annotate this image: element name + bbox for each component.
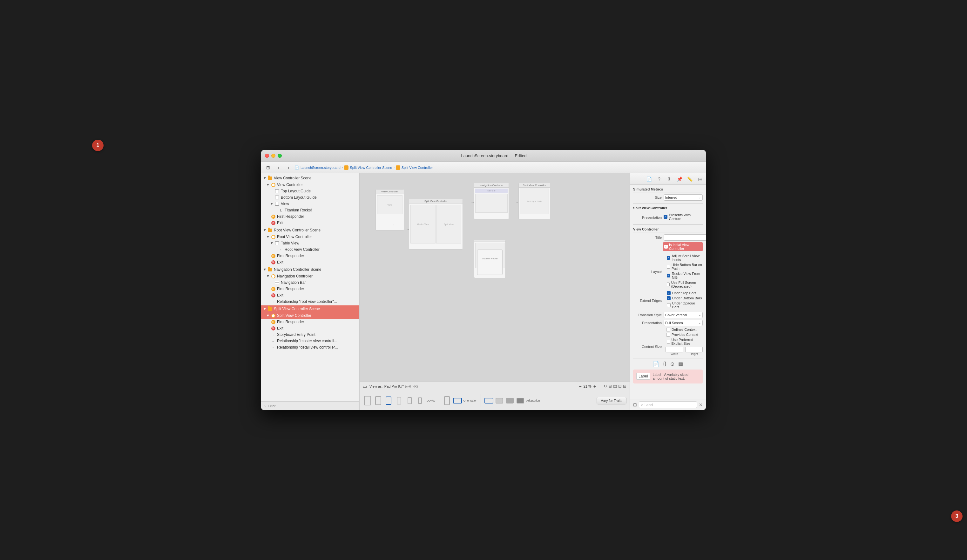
- size-dropdown[interactable]: Inferred ⌄: [663, 194, 703, 201]
- root-vc-item[interactable]: ▶ ⬤ Root View Controller: [261, 234, 359, 240]
- table-view-item[interactable]: ▶ Table View: [261, 240, 359, 246]
- navigation-bar-item[interactable]: ▶ Navigation Bar: [261, 279, 359, 286]
- presentation-vc-row: Presentation Full Screen ⌄: [633, 320, 703, 326]
- help-panel-icon[interactable]: ?: [656, 176, 663, 183]
- relationship-detail-item[interactable]: ▶ → Relationship "detail view controller…: [261, 344, 359, 351]
- canvas-tools: ↻ ⊞ ▤ ⊡ ⊟: [601, 384, 627, 389]
- adapt-btn-1[interactable]: [484, 394, 493, 407]
- breadcrumb-controller[interactable]: Split View Controller: [396, 165, 433, 170]
- filter-icon: ⌕: [264, 404, 266, 408]
- transition-dropdown[interactable]: Cover Vertical ⌄: [663, 312, 703, 318]
- adaptation-label: Adaptation: [526, 399, 540, 402]
- exit-item-nc[interactable]: ▶ ✕ Exit: [261, 292, 359, 298]
- split-vc-item[interactable]: ▶ ⬤ Split View Controller: [261, 312, 359, 319]
- resize-nib-checkbox[interactable]: ✓: [667, 273, 670, 277]
- title-input[interactable]: [663, 234, 706, 240]
- split-vc-scene-header[interactable]: ▶ Split View Controller Scene: [261, 305, 359, 312]
- device-btn-4[interactable]: [394, 394, 404, 407]
- height-input[interactable]: [685, 347, 703, 352]
- orientation-landscape-btn[interactable]: [453, 394, 462, 407]
- is-initial-checkbox[interactable]: ✓: [664, 245, 668, 249]
- circle-icon[interactable]: ⊙: [670, 361, 675, 367]
- relationship-master-item[interactable]: ▶ → Relationship "master view controll..…: [261, 338, 359, 344]
- first-responder-item-nc[interactable]: ▶ R First Responder: [261, 286, 359, 292]
- presents-with-gesture-checkbox[interactable]: ✓: [663, 215, 667, 219]
- section-label: Split View Controller Scene: [274, 307, 320, 311]
- panel-toolbar: 📄 ? 🎛 📌 📏 ◎: [630, 173, 706, 185]
- exit-item-svc[interactable]: ▶ ✕ Exit: [261, 325, 359, 331]
- ruler-panel-icon[interactable]: 📏: [686, 176, 693, 183]
- exit-item-vc[interactable]: ▶ ✕ Exit: [261, 220, 359, 226]
- file-panel-icon[interactable]: 📄: [645, 176, 652, 183]
- vary-for-traits-button[interactable]: Vary for Traits: [597, 397, 627, 404]
- under-opaque-row: Under Opaque Bars: [663, 301, 703, 309]
- first-responder-item-vc[interactable]: ▶ R First Responder: [261, 213, 359, 220]
- device-btn-selected[interactable]: [384, 394, 393, 407]
- minimize-button[interactable]: [271, 154, 276, 158]
- hide-bottom-checkbox[interactable]: [667, 265, 670, 268]
- under-bottom-checkbox[interactable]: ✓: [667, 296, 671, 300]
- root-vc-nav-item[interactable]: ▶ ‹ Root View Controller: [261, 246, 359, 253]
- storyboard-entry-item[interactable]: ▶ → Storyboard Entry Point: [261, 331, 359, 338]
- label-search-bar[interactable]: ⌕ Label: [639, 401, 697, 408]
- relationship-root-item[interactable]: ▶ → Relationship "root view controller".…: [261, 298, 359, 305]
- orientation-portrait-btn[interactable]: [442, 394, 452, 407]
- filter-input[interactable]: [268, 404, 357, 408]
- sidebar-toggle-button[interactable]: ⊞: [264, 164, 272, 171]
- refresh-icon[interactable]: ↻: [604, 384, 607, 389]
- device-btn-1[interactable]: [363, 394, 372, 407]
- provides-context-checkbox[interactable]: [666, 333, 670, 336]
- circle-panel-icon[interactable]: ◎: [696, 176, 703, 183]
- exit-item-rvc[interactable]: ▶ ✕ Exit: [261, 259, 359, 265]
- first-responder-item-svc[interactable]: ▶ R First Responder: [261, 319, 359, 325]
- titanium-item[interactable]: ▶ L Titanium Rocks!: [261, 207, 359, 213]
- resize-nib-row: ✓ Resize View From NIB: [663, 272, 703, 279]
- defines-context-checkbox[interactable]: [666, 328, 670, 331]
- adapt-btn-4[interactable]: [516, 394, 525, 407]
- device-btn-2[interactable]: [373, 394, 383, 407]
- root-vc-scene-header[interactable]: ▶ Root View Controller Scene: [261, 227, 359, 234]
- breadcrumb-file[interactable]: 📄 LaunchScreen.storyboard: [295, 165, 340, 170]
- expand-arrow: ▶: [266, 235, 270, 239]
- attributes-panel-icon[interactable]: 🎛: [666, 176, 673, 183]
- zoom-in-button[interactable]: +: [593, 384, 596, 389]
- orange-circle-icon: R: [271, 287, 276, 292]
- adjust-scroll-checkbox[interactable]: ✓: [667, 256, 670, 260]
- zoom-out-button[interactable]: −: [579, 384, 582, 389]
- grid-icon-bottom[interactable]: ⊞: [633, 402, 637, 407]
- item-label: Exit: [277, 260, 283, 264]
- width-input[interactable]: [665, 347, 683, 352]
- device-btn-6[interactable]: [415, 394, 425, 407]
- storyboard-canvas[interactable]: View Controller View Split View Controll…: [360, 173, 630, 381]
- maximize-button[interactable]: [278, 154, 282, 158]
- use-preferred-checkbox[interactable]: [667, 340, 670, 344]
- top-layout-guide-item[interactable]: ▶ Top Layout Guide: [261, 188, 359, 194]
- grid-icon[interactable]: ⊞: [608, 384, 612, 389]
- view-controller-item[interactable]: ▶ ⬤ View Controller: [261, 181, 359, 188]
- view-controller-scene-header[interactable]: ▶ View Controller Scene: [261, 175, 359, 181]
- back-button[interactable]: ‹: [274, 164, 282, 171]
- resize-icon[interactable]: ⊡: [618, 384, 622, 389]
- view-item[interactable]: ▶ View: [261, 201, 359, 207]
- fit-icon[interactable]: ⊟: [623, 384, 627, 389]
- nav-controller-scene-header[interactable]: ▶ Navigation Controller Scene: [261, 266, 359, 273]
- breadcrumb-scene[interactable]: Split View Controller Scene: [344, 165, 392, 170]
- first-responder-item-rvc[interactable]: ▶ R First Responder: [261, 253, 359, 259]
- device-btn-5[interactable]: [405, 394, 414, 407]
- forward-button[interactable]: ›: [285, 164, 292, 171]
- bottom-layout-guide-item[interactable]: ▶ Bottom Layout Guide: [261, 194, 359, 201]
- presentation-vc-dropdown[interactable]: Full Screen ⌄: [663, 320, 703, 326]
- nav-controller-item[interactable]: ▶ ⬤ Navigation Controller: [261, 273, 359, 279]
- grid-icon[interactable]: ▦: [678, 361, 683, 367]
- pin-panel-icon[interactable]: 📌: [676, 176, 683, 183]
- adapt-btn-2[interactable]: [495, 394, 504, 407]
- adapt-btn-3[interactable]: [505, 394, 515, 407]
- under-top-checkbox[interactable]: ✓: [667, 291, 671, 295]
- full-screen-checkbox[interactable]: [667, 283, 670, 287]
- braces-icon[interactable]: {}: [663, 361, 667, 367]
- close-button[interactable]: [265, 154, 269, 158]
- layout-icon[interactable]: ▤: [613, 384, 617, 389]
- close-search-icon[interactable]: ✕: [699, 402, 703, 407]
- under-opaque-checkbox[interactable]: [667, 303, 671, 307]
- doc-icon[interactable]: 📄: [653, 361, 659, 367]
